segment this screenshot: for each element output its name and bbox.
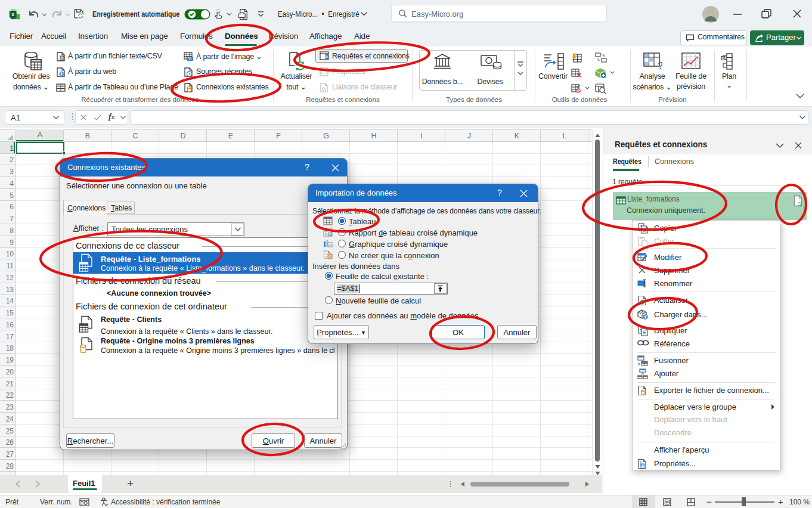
svg-text:?: ?: [658, 61, 662, 70]
svg-text:x: x: [11, 11, 14, 17]
